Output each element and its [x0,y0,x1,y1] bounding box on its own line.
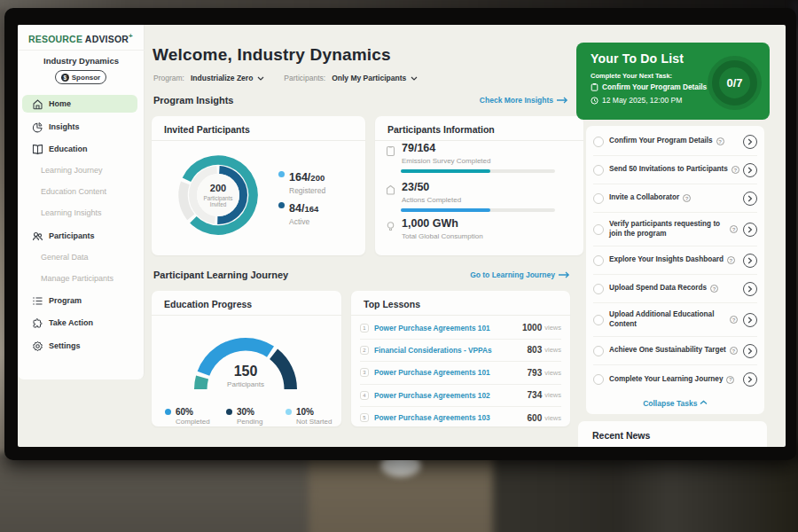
sidebar-item-take-action[interactable]: Take Action [22,314,137,332]
chevron-right-icon[interactable] [743,344,757,358]
task-row-5[interactable]: Explore Your Insights Dashboard? [593,246,757,275]
sidebar-item-home[interactable]: Home [22,95,137,113]
sponsor-badge[interactable]: $ Sponsor [55,70,106,84]
task-row-2[interactable]: Send 50 Invitations to Participants? [593,156,757,184]
survey-icon [385,145,396,157]
lesson-link[interactable]: Financial Considerations - VPPAs [374,346,492,355]
lesson-link[interactable]: Power Purchase Agreements 103 [374,413,490,422]
task-label: Verify participants requesting to join t… [609,220,726,239]
task-checkbox[interactable] [593,137,604,147]
task-row-1[interactable]: Confirm Your Program Details? [593,128,757,156]
pinfo-row-survey: 79/164 Emission Survey Completed [385,143,490,165]
help-icon[interactable]: ? [683,194,691,202]
help-icon[interactable]: ? [716,137,724,145]
participants-select[interactable]: Only My Participants [332,74,406,82]
chevron-right-icon[interactable] [743,192,757,206]
participants-label: Participants: [284,74,325,82]
card-title: Top Lessons [364,299,420,309]
chevron-right-icon[interactable] [743,223,757,237]
link-label: Check More Insights [480,96,553,105]
help-icon[interactable]: ? [730,225,738,233]
task-checkbox[interactable] [593,255,604,266]
logo-advisor: ADVISOR [85,34,129,44]
chevron-right-icon[interactable] [743,372,757,387]
legend-entry: 84/164 Active [289,200,318,226]
views-suffix: views [544,324,561,332]
help-icon[interactable]: ? [726,376,734,384]
chevron-down-icon[interactable] [411,76,418,81]
legend-caption: Completed [176,418,210,426]
card-divider [351,315,570,316]
chevron-right-icon[interactable] [743,254,757,268]
sidebar-item-learning-journey[interactable]: Learning Journey [22,161,137,179]
todo-subtitle: Complete Your Next Task: [591,72,672,80]
sidebar-item-participants[interactable]: Participants [22,227,137,245]
pinfo-label: Actions Completed [402,196,461,204]
lesson-views: 793 [528,368,543,378]
todo-due-date: 12 May 2025, 12:00 PM [591,96,682,105]
gauge-center-value: 150 [201,364,290,379]
sidebar-item-settings[interactable]: Settings [22,337,137,355]
lesson-link[interactable]: Power Purchase Agreements 101 [374,324,490,332]
survey-progress-bar [401,169,555,173]
sidebar-item-learning-insights[interactable]: Learning Insights [22,204,137,222]
lesson-rank: 4 [360,391,369,400]
lesson-link[interactable]: Power Purchase Agreements 101 [374,368,490,377]
chevron-right-icon[interactable] [743,135,757,149]
task-row-4[interactable]: Verify participants requesting to join t… [593,213,757,246]
sidebar-item-program[interactable]: Program [22,292,137,309]
help-icon[interactable]: ? [710,285,718,293]
collapse-tasks-link[interactable]: Collapse Tasks [586,399,764,408]
task-row-9[interactable]: Complete Your Learning Journey? [593,365,757,394]
chevron-right-icon[interactable] [743,313,757,327]
lesson-rank: 1 [360,324,369,332]
sidebar-item-insights[interactable]: Insights [22,118,137,136]
help-icon[interactable]: ? [727,256,735,264]
task-checkbox[interactable] [593,315,604,325]
chevron-right-icon[interactable] [743,163,757,177]
sidebar-item-general-data[interactable]: General Data [22,248,137,266]
help-icon[interactable]: ? [730,316,738,324]
chevron-up-icon [700,400,708,405]
todo-tasks-card: Confirm Your Program Details?Send 50 Inv… [586,126,764,414]
help-icon[interactable]: ? [730,347,738,355]
sidebar: RESOURCE ADVISOR+ Industry Dynamics $ Sp… [18,25,145,379]
task-checkbox[interactable] [593,224,604,235]
sidebar-item-manage-participants[interactable]: Manage Participants [22,270,137,287]
legend-pct: 30% [237,407,262,417]
legend-dot [278,202,285,208]
lesson-rank: 5 [360,413,369,422]
lesson-row: 3Power Purchase Agreements 101793views [360,362,561,384]
gauge-center-label: Participants [201,380,290,388]
legend-pct: 60% [176,407,210,417]
task-checkbox[interactable] [593,193,604,204]
task-checkbox[interactable] [593,165,604,176]
sidebar-item-education[interactable]: Education [22,140,137,158]
pinfo-row-actions: 23/50 Actions Completed [385,182,461,204]
org-name: Industry Dynamics [18,56,145,66]
legend-active: 84/164 Active [278,200,318,226]
task-checkbox[interactable] [593,284,604,294]
sidebar-item-education-content[interactable]: Education Content [22,183,137,200]
task-row-3[interactable]: Invite a Collaborator? [593,184,757,213]
legend-entry: 10%Not Started [296,407,332,426]
task-row-8[interactable]: Achieve One Sustainability Target? [593,337,757,365]
chevron-right-icon[interactable] [743,282,757,296]
collapse-label: Collapse Tasks [643,399,697,408]
pinfo-label: Total Global Consumption [402,232,483,240]
check-more-insights-link[interactable]: Check More Insights [480,96,568,105]
task-label: Upload Additional Educational Content [609,310,726,329]
card-divider [152,315,341,316]
task-checkbox[interactable] [593,374,604,385]
clipboard-icon [591,83,598,91]
task-row-6[interactable]: Upload Spend Data Records? [593,275,757,303]
chevron-down-icon[interactable] [257,76,264,81]
task-row-7[interactable]: Upload Additional Educational Content? [593,303,757,337]
gauge-center: 150 Participants [201,364,290,388]
program-select[interactable]: Industrialize Zero [191,74,253,82]
help-icon[interactable]: ? [732,166,739,174]
task-checkbox[interactable] [593,346,604,356]
lesson-link[interactable]: Power Purchase Agreements 102 [374,391,490,400]
go-to-learning-journey-link[interactable]: Go to Learning Journey [470,270,570,279]
donut-center-line1: Participants [204,195,233,201]
